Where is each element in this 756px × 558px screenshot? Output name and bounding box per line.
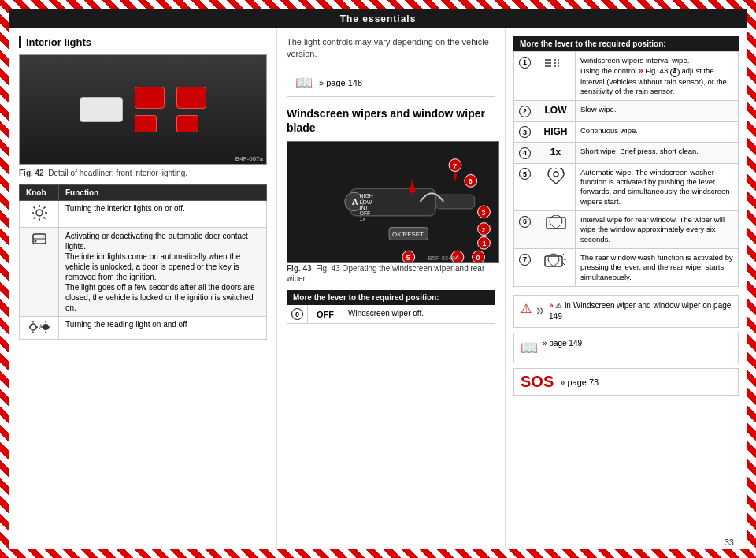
svg-text:2: 2 (482, 226, 486, 234)
pos-num-7: 7 (514, 249, 536, 287)
pos-num-3: 3 (514, 121, 536, 143)
fig42-caption: Fig. 42 Detail of headliner: front inter… (19, 168, 267, 178)
interval-wipe-icon (543, 56, 569, 70)
lever-num-0: 0 (287, 305, 308, 323)
mid-column: The light controls may vary depending on… (277, 28, 506, 549)
svg-point-13 (30, 324, 36, 330)
knob-table: Knob Function (19, 184, 267, 340)
pos-icon-7 (536, 249, 576, 287)
table-row: 2 LOW Slow wipe. (514, 101, 739, 122)
svg-text:B5F-034B: B5F-034B (428, 255, 455, 262)
pos-desc-1: Windscreen wipers interval wipe. Using t… (576, 52, 739, 101)
lever-title-mid: More the lever to the required position: (287, 290, 495, 305)
light-controls-text: The light controls may vary depending on… (287, 36, 495, 61)
ref-box-148: 📖 » page 148 (287, 69, 495, 97)
svg-line-7 (43, 207, 45, 209)
svg-point-63 (554, 172, 558, 177)
ref-page-148: » page 148 (319, 78, 362, 87)
warn-book-icon: » (536, 300, 544, 320)
table-row: 4 1x Short wipe. Brief press, short clea… (514, 143, 739, 164)
rear-interval-icon (545, 215, 567, 231)
svg-rect-68 (545, 256, 562, 266)
content-area: Interior lights B4F-007a Fig. (9, 28, 747, 549)
svg-point-19 (43, 324, 49, 330)
section-title-interior: Interior lights (19, 36, 267, 48)
washer-icon (545, 168, 567, 185)
more-lever-title: More the lever to the required position: (513, 36, 739, 51)
knob-icon-2 (20, 228, 59, 317)
sos-icon: SOS (521, 373, 554, 391)
svg-text:HIGH: HIGH (360, 193, 373, 199)
pos-desc-7: The rear window wash function is activat… (576, 249, 739, 287)
sos-box: SOS » page 73 (513, 368, 739, 396)
pos-icon-4: 1x (536, 143, 576, 164)
svg-text:3: 3 (482, 209, 486, 217)
svg-text:A: A (352, 197, 358, 206)
knob-desc-3: Turning the reading light on and off (59, 317, 267, 340)
pos-num-4: 4 (514, 143, 536, 164)
pos-icon-3: HIGH (536, 121, 576, 143)
sos-page: » page 73 (560, 378, 598, 387)
table-row: 7 The rear window wash function is (514, 249, 739, 287)
hl-red-btn4 (176, 115, 198, 132)
pos-desc-3: Continuous wipe. (576, 121, 739, 143)
fig-code: B4F-007a (235, 155, 263, 162)
page-number: 33 (724, 538, 734, 547)
reading-light-icon: / (28, 320, 50, 334)
page-header: The essentials (9, 9, 747, 28)
hl-red-btn3 (176, 87, 206, 109)
pos-num-1: 1 (514, 52, 536, 101)
svg-line-6 (43, 217, 45, 218)
header-title: The essentials (340, 13, 417, 24)
table-row: Turning the interior lights on or off. (20, 201, 267, 228)
right-column: More the lever to the required position:… (506, 28, 747, 549)
pos-num-5: 5 (514, 163, 536, 210)
car-door-icon (31, 231, 48, 248)
warning-box-wiper: ⚠ » » ⚠ in Windscreen wiper and window w… (513, 295, 739, 328)
svg-point-0 (36, 210, 43, 216)
svg-line-8 (33, 217, 35, 218)
knob-desc-2: Activating or deactivating the automatic… (59, 228, 267, 317)
wiper-diagram: A HIGH LOW INT OFF 1x (287, 141, 495, 263)
svg-line-5 (33, 207, 35, 209)
pos-icon-2: LOW (536, 101, 576, 122)
svg-point-11 (34, 240, 36, 243)
headliner-sim (20, 55, 266, 164)
svg-text:1x: 1x (360, 216, 366, 221)
left-column: Interior lights B4F-007a Fig. (9, 28, 277, 549)
lever-positions-table: 1 (513, 51, 739, 287)
book-icon: 📖 (295, 74, 313, 91)
light-icon (31, 204, 48, 221)
svg-line-71 (563, 263, 565, 265)
col-function: Function (59, 185, 267, 201)
table-row: 3 HIGH Continuous wipe. (514, 121, 739, 143)
pos-num-2: 2 (514, 101, 536, 122)
ref-box-149: 📖 » page 149 (513, 333, 739, 363)
pos-desc-4: Short wipe. Brief press, short clean. (576, 143, 739, 164)
svg-text:6: 6 (469, 177, 472, 185)
svg-rect-67 (547, 218, 565, 229)
knob-desc-1: Turning the interior lights on or off. (59, 201, 267, 228)
main-container: The essentials Interior lights (9, 9, 747, 549)
pos-desc-2: Slow wipe. (576, 101, 739, 122)
col-knob: Knob (20, 185, 59, 201)
book-icon-2: 📖 (521, 338, 538, 358)
warn-text: » ⚠ in Windscreen wiper and window wiper… (549, 300, 732, 322)
pos-desc-6: Interval wipe for rear window. The wiper… (576, 211, 739, 249)
svg-line-69 (562, 254, 564, 255)
interior-lights-image: B4F-007a (19, 54, 267, 165)
table-row: 6 Interval wipe for rear window. The wip… (514, 211, 739, 249)
table-row: 1 (514, 52, 739, 101)
table-row: Activating or deactivating the automatic… (20, 228, 267, 317)
fig43-caption: Fig. 43 Fig. 43 Operating the windscreen… (287, 263, 495, 284)
lever-row-0: 0 OFF Windscreen wiper off. (287, 305, 495, 324)
rear-wash-icon (544, 253, 568, 270)
pos-icon-1 (536, 52, 576, 101)
svg-text:7: 7 (453, 162, 457, 170)
svg-text:5: 5 (406, 254, 410, 262)
lever-icon-0: OFF (308, 305, 343, 323)
pos-num-6: 6 (514, 211, 536, 249)
hl-white-btn (80, 97, 123, 122)
svg-text:1: 1 (483, 240, 487, 247)
svg-rect-33 (435, 195, 474, 209)
